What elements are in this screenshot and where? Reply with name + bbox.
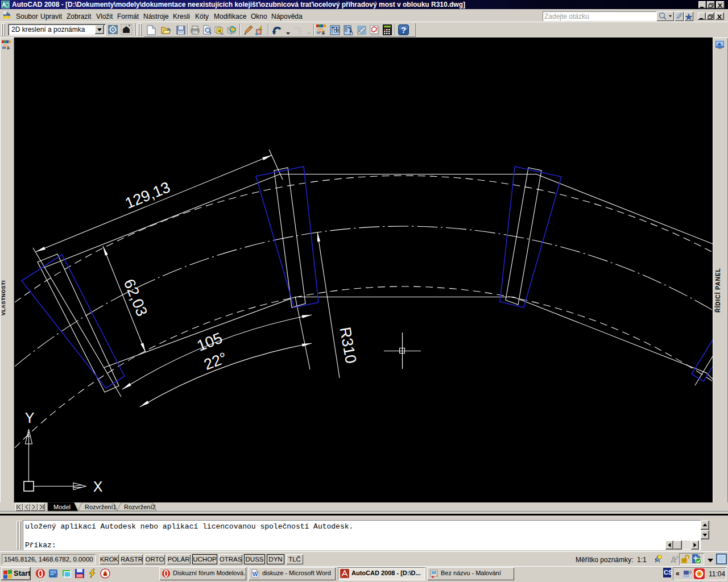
svg-text:Rozvržení2: Rozvržení2: [124, 504, 156, 510]
svg-text:?: ?: [401, 25, 406, 35]
svg-text:Rozvržení1: Rozvržení1: [85, 504, 117, 510]
svg-text:W: W: [253, 571, 258, 577]
svg-text:Y: Y: [25, 410, 35, 426]
svg-text:Model: Model: [53, 504, 71, 510]
svg-text:X: X: [93, 479, 103, 494]
